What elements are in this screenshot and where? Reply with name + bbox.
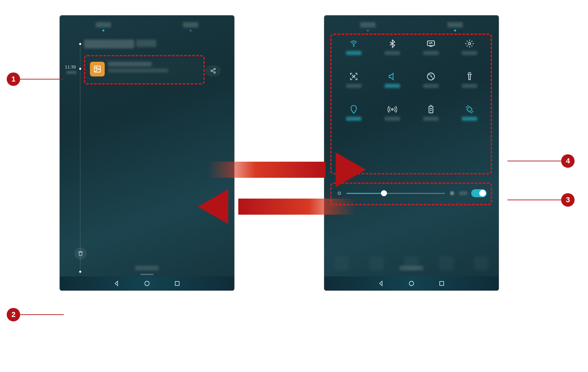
nav-recent-icon[interactable] (438, 280, 445, 287)
nav-recent-icon[interactable] (174, 280, 181, 287)
tab-notifications[interactable] (360, 22, 376, 32)
qs-bluetooth[interactable] (380, 39, 404, 55)
nav-back-icon[interactable] (378, 280, 385, 287)
tab-shortcuts[interactable] (447, 22, 463, 32)
callout-1: 1 (7, 72, 64, 86)
date-time (84, 40, 134, 48)
svg-point-11 (391, 109, 393, 110)
nav-home-icon[interactable] (408, 280, 415, 287)
qs-battery[interactable] (419, 105, 443, 121)
panel-tabs (60, 22, 234, 32)
svg-point-3 (211, 70, 212, 72)
qs-rotation[interactable] (457, 105, 482, 121)
qs-hotspot[interactable] (380, 105, 404, 121)
tab-notifications[interactable] (96, 22, 111, 32)
svg-point-9 (468, 43, 471, 45)
share-button[interactable] (205, 65, 221, 76)
qs-settings[interactable] (457, 39, 482, 55)
arrow-left-icon (198, 195, 356, 219)
callout-4: 4 (507, 154, 575, 168)
timeline (80, 43, 81, 274)
notification-card[interactable] (86, 58, 203, 83)
svg-point-1 (96, 67, 97, 69)
callout-2: 2 (7, 308, 64, 321)
notification-title (108, 62, 152, 66)
qs-location[interactable] (342, 105, 366, 121)
callout-3: 3 (507, 193, 575, 207)
home-dock (324, 252, 499, 275)
svg-point-7 (353, 46, 354, 46)
svg-rect-6 (175, 281, 179, 285)
notification-body (108, 68, 168, 72)
qs-cast[interactable] (419, 39, 443, 55)
qs-sound[interactable] (380, 72, 404, 88)
svg-point-16 (409, 281, 413, 285)
svg-point-2 (214, 68, 215, 70)
gallery-icon (90, 62, 105, 76)
quick-settings-grid (334, 39, 489, 138)
nav-bar (324, 276, 499, 290)
diagram-stage: 11:39 (0, 0, 588, 372)
arrow-right-icon (208, 158, 366, 182)
qs-sync[interactable] (419, 72, 443, 88)
svg-rect-17 (440, 281, 444, 285)
svg-rect-13 (467, 107, 472, 112)
auto-label (459, 191, 467, 195)
panel-tabs (324, 22, 499, 32)
svg-point-4 (214, 72, 215, 73)
phone-notifications: 11:39 (60, 15, 234, 290)
swipe-arrows (208, 158, 376, 231)
panel-handle[interactable] (140, 274, 154, 275)
brightness-high-icon (449, 190, 455, 196)
nav-back-icon[interactable] (113, 280, 120, 287)
notification-time: 11:39 (62, 64, 76, 69)
nav-bar (60, 276, 234, 290)
qs-screenshot[interactable] (342, 72, 366, 88)
qs-flashlight[interactable] (457, 72, 482, 88)
svg-point-5 (145, 281, 149, 285)
clear-all-button[interactable] (75, 248, 87, 260)
svg-rect-12 (429, 106, 433, 113)
auto-brightness-toggle[interactable] (471, 189, 487, 197)
svg-point-15 (451, 192, 453, 194)
tab-shortcuts[interactable] (183, 22, 198, 32)
nav-home-icon[interactable] (144, 280, 150, 287)
qs-wifi[interactable] (342, 39, 366, 55)
